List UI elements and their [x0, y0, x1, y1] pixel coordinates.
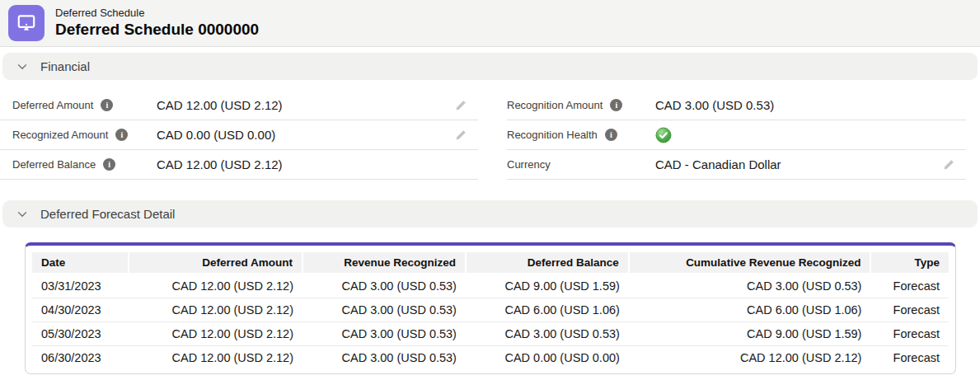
section-title-forecast: Deferred Forecast Detail [40, 207, 175, 221]
cell-revenue-recognized: CAD 3.00 (USD 0.53) [302, 322, 466, 346]
cell-type: Forecast [870, 346, 949, 370]
edit-pencil-icon[interactable] [942, 158, 955, 171]
field-value: CAD 0.00 (USD 0.00) [157, 128, 275, 142]
entity-label: Deferred Schedule [55, 7, 259, 21]
financial-field-grid: Deferred Amount CAD 12.00 (USD 2.12) Rec… [0, 91, 980, 180]
cell-deferred-amount: CAD 12.00 (USD 2.12) [129, 346, 302, 370]
field-recognized-amount: Recognized Amount CAD 0.00 (USD 0.00) [0, 120, 478, 150]
edit-pencil-icon[interactable] [454, 99, 467, 112]
table-row: 05/30/2023 CAD 12.00 (USD 2.12) CAD 3.00… [32, 322, 949, 346]
cell-date: 06/30/2023 [32, 346, 129, 370]
field-column-right: Recognition Amount CAD 3.00 (USD 0.53) R… [507, 91, 966, 180]
cell-deferred-balance: CAD 9.00 (USD 1.59) [466, 273, 629, 298]
edit-pencil-icon[interactable] [454, 129, 467, 142]
info-icon[interactable] [115, 129, 128, 141]
field-label: Currency [507, 158, 551, 171]
forecast-table: Date Deferred Amount Revenue Recognized … [32, 252, 949, 369]
forecast-table-card: Date Deferred Amount Revenue Recognized … [25, 242, 956, 374]
cell-revenue-recognized: CAD 3.00 (USD 0.53) [302, 273, 466, 298]
cell-deferred-balance: CAD 6.00 (USD 1.06) [466, 298, 629, 322]
cell-deferred-amount: CAD 12.00 (USD 2.12) [129, 322, 302, 346]
field-label: Recognition Health [507, 129, 598, 141]
field-currency: Currency CAD - Canadian Dollar [507, 150, 966, 180]
cell-date: 03/31/2023 [32, 273, 129, 298]
cell-deferred-balance: CAD 3.00 (USD 0.53) [466, 322, 629, 346]
cell-type: Forecast [870, 322, 949, 346]
cell-revenue-recognized: CAD 3.00 (USD 0.53) [302, 346, 466, 370]
cell-date: 04/30/2023 [32, 298, 129, 322]
info-icon[interactable] [101, 99, 113, 111]
field-deferred-amount: Deferred Amount CAD 12.00 (USD 2.12) [0, 91, 478, 120]
field-recognition-health: Recognition Health [507, 120, 966, 150]
cell-date: 05/30/2023 [32, 322, 129, 346]
field-value: CAD 12.00 (USD 2.12) [157, 98, 283, 112]
field-recognition-amount: Recognition Amount CAD 3.00 (USD 0.53) [507, 91, 966, 120]
table-row: 06/30/2023 CAD 12.00 (USD 2.12) CAD 3.00… [32, 346, 949, 370]
page-header: Deferred Schedule Deferred Schedule 0000… [0, 0, 980, 47]
cell-cumulative-revenue-recognized: CAD 12.00 (USD 2.12) [629, 346, 871, 370]
field-label: Deferred Balance [12, 158, 96, 171]
cell-cumulative-revenue-recognized: CAD 9.00 (USD 1.59) [629, 322, 871, 346]
field-label: Recognized Amount [12, 129, 108, 141]
field-value: CAD 3.00 (USD 0.53) [655, 98, 774, 112]
cell-cumulative-revenue-recognized: CAD 6.00 (USD 1.06) [629, 298, 871, 322]
chevron-down-icon[interactable] [16, 209, 28, 220]
cell-deferred-amount: CAD 12.00 (USD 2.12) [129, 298, 302, 322]
cell-cumulative-revenue-recognized: CAD 3.00 (USD 0.53) [629, 273, 871, 298]
chevron-down-icon[interactable] [16, 61, 28, 73]
info-icon[interactable] [103, 158, 115, 171]
field-value: CAD 12.00 (USD 2.12) [157, 157, 283, 171]
cell-type: Forecast [870, 298, 949, 322]
field-column-left: Deferred Amount CAD 12.00 (USD 2.12) Rec… [0, 91, 478, 180]
cell-deferred-amount: CAD 12.00 (USD 2.12) [129, 273, 302, 298]
cell-deferred-balance: CAD 0.00 (USD 0.00) [466, 346, 629, 370]
field-deferred-balance: Deferred Balance CAD 12.00 (USD 2.12) [0, 150, 478, 180]
table-row: 03/31/2023 CAD 12.00 (USD 2.12) CAD 3.00… [32, 273, 949, 298]
table-row: 04/30/2023 CAD 12.00 (USD 2.12) CAD 3.00… [32, 298, 949, 322]
column-header-deferred-balance: Deferred Balance [466, 252, 629, 273]
field-label: Recognition Amount [507, 99, 603, 111]
column-header-revenue-recognized: Revenue Recognized [302, 252, 466, 273]
table-header-row: Date Deferred Amount Revenue Recognized … [32, 252, 949, 273]
info-icon[interactable] [610, 99, 622, 111]
column-header-cumulative-revenue-recognized: Cumulative Revenue Recognized [629, 252, 871, 273]
cell-type: Forecast [870, 273, 949, 298]
info-icon[interactable] [605, 129, 617, 141]
section-financial-header[interactable]: Financial [2, 53, 978, 80]
success-check-icon [655, 127, 672, 143]
section-title-financial: Financial [40, 59, 90, 73]
cell-revenue-recognized: CAD 3.00 (USD 0.53) [302, 298, 466, 322]
page-title: Deferred Schedule 0000000 [55, 21, 259, 40]
field-value: CAD - Canadian Dollar [655, 157, 781, 171]
column-header-date: Date [32, 252, 129, 273]
section-forecast-header[interactable]: Deferred Forecast Detail [2, 200, 978, 228]
field-label: Deferred Amount [12, 99, 93, 111]
desktop-icon [8, 5, 45, 41]
column-header-type: Type [870, 252, 949, 273]
column-header-deferred-amount: Deferred Amount [129, 252, 302, 273]
